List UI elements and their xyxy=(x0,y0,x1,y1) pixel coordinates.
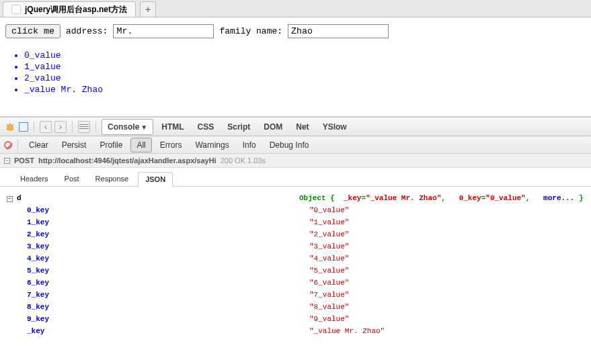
json-value: "4_value" xyxy=(309,253,349,265)
request-url: http://localhost:4946/jqtest/ajaxHandler… xyxy=(38,156,216,165)
request-method: POST xyxy=(14,156,34,165)
json-key: 4_key xyxy=(27,253,309,265)
family-name-label: family name: xyxy=(219,26,282,36)
json-value: "1_value" xyxy=(309,216,349,228)
firebug-icon[interactable] xyxy=(4,122,16,132)
lines-toggle-button[interactable] xyxy=(78,121,90,133)
separator xyxy=(95,121,96,133)
panel-net[interactable]: Net xyxy=(290,120,314,134)
devtools: ‹ › Console▼ HTML CSS Script DOM Net YSl… xyxy=(0,116,591,343)
form-row: click me address: family name: xyxy=(5,24,586,38)
nav-forward-button[interactable]: › xyxy=(54,121,67,133)
tab-response[interactable]: Response xyxy=(89,172,136,186)
persist-button[interactable]: Persist xyxy=(56,138,92,152)
tab-json[interactable]: JSON xyxy=(138,172,173,187)
chevron-down-icon: ▼ xyxy=(141,124,147,131)
tab-post[interactable]: Post xyxy=(58,172,86,186)
stop-icon[interactable] xyxy=(4,141,12,149)
json-entry-row[interactable]: 4_key"4_value" xyxy=(7,253,584,265)
new-tab-button[interactable]: + xyxy=(140,1,156,17)
json-key: 1_key xyxy=(27,216,309,228)
json-value: "0_value" xyxy=(309,204,349,216)
json-entry-row[interactable]: 8_key"8_value" xyxy=(7,301,584,313)
request-status: 200 OK 1.03s xyxy=(221,156,266,165)
list-item: _value Mr. Zhao xyxy=(24,85,586,95)
address-input[interactable] xyxy=(113,24,214,38)
json-entry-row[interactable]: 9_key"9_value" xyxy=(7,313,584,325)
inspect-icon[interactable] xyxy=(19,122,28,132)
browser-tab-bar: jQuery调用后台asp.net方法 + xyxy=(0,0,591,17)
json-entry-row[interactable]: 3_key"3_value" xyxy=(7,240,584,253)
nav-back-button[interactable]: ‹ xyxy=(40,121,52,133)
profile-button[interactable]: Profile xyxy=(94,138,128,152)
json-key: 8_key xyxy=(27,301,309,313)
more-link[interactable]: more... xyxy=(543,194,574,202)
json-value: "7_value" xyxy=(309,289,349,301)
console-subtoolbar: Clear Persist Profile All Errors Warning… xyxy=(0,136,591,154)
separator xyxy=(72,121,73,133)
json-entry-row[interactable]: 2_key"2_value" xyxy=(7,228,584,240)
all-button[interactable]: All xyxy=(130,138,151,152)
panel-script[interactable]: Script xyxy=(222,120,255,134)
browser-tab-active[interactable]: jQuery调用后台asp.net方法 xyxy=(3,1,136,17)
devtools-toolbar: ‹ › Console▼ HTML CSS Script DOM Net YSl… xyxy=(0,118,591,136)
list-item: 2_value xyxy=(24,73,586,83)
lines-icon xyxy=(79,124,89,129)
list-item: 1_value xyxy=(24,62,586,72)
panel-console[interactable]: Console▼ xyxy=(102,119,153,135)
json-value: "_value Mr. Zhao" xyxy=(309,325,385,337)
json-entry-row[interactable]: _key"_value Mr. Zhao" xyxy=(7,325,584,337)
json-key: 2_key xyxy=(27,228,309,240)
json-value: "6_value" xyxy=(309,277,349,289)
address-label: address: xyxy=(66,26,108,36)
tab-headers[interactable]: Headers xyxy=(13,172,55,186)
collapse-icon[interactable]: − xyxy=(7,196,13,202)
json-key: d xyxy=(17,192,299,204)
json-value: "2_value" xyxy=(309,228,349,240)
panel-dom[interactable]: DOM xyxy=(258,120,288,134)
json-value: "9_value" xyxy=(309,313,349,325)
info-button[interactable]: Info xyxy=(237,138,262,152)
family-name-input[interactable] xyxy=(288,24,389,38)
page-icon xyxy=(11,5,21,14)
json-key: 5_key xyxy=(27,265,309,277)
json-key: _key xyxy=(27,325,309,337)
request-row[interactable]: − POST http://localhost:4946/jqtest/ajax… xyxy=(0,154,591,168)
json-key: 7_key xyxy=(27,289,309,301)
click-me-button[interactable]: click me xyxy=(5,24,61,38)
json-entry-row[interactable]: 1_key"1_value" xyxy=(7,216,584,228)
json-key: 0_key xyxy=(27,204,309,216)
tab-title: jQuery调用后台asp.net方法 xyxy=(25,4,127,15)
result-list: 0_value 1_value 2_value _value Mr. Zhao xyxy=(24,50,586,95)
json-value: "8_value" xyxy=(309,301,349,313)
panel-css[interactable]: CSS xyxy=(192,120,220,134)
debuginfo-button[interactable]: Debug Info xyxy=(264,138,315,152)
errors-button[interactable]: Errors xyxy=(155,138,188,152)
response-tabs: Headers Post Response JSON xyxy=(0,168,591,187)
json-entry-row[interactable]: 5_key"5_value" xyxy=(7,265,584,277)
json-value: "3_value" xyxy=(309,240,349,253)
json-root-row[interactable]: − d Object { _key="_value Mr. Zhao", 0_k… xyxy=(7,192,584,204)
clear-button[interactable]: Clear xyxy=(24,138,54,152)
json-value: "5_value" xyxy=(309,265,349,277)
json-key: 6_key xyxy=(27,277,309,289)
json-entry-row[interactable]: 6_key"6_value" xyxy=(7,277,584,289)
json-summary: Object { _key="_value Mr. Zhao", 0_key="… xyxy=(299,192,584,204)
json-entry-row[interactable]: 7_key"7_value" xyxy=(7,289,584,301)
json-key: 9_key xyxy=(27,313,309,325)
collapse-icon[interactable]: − xyxy=(4,158,10,164)
json-entry-row[interactable]: 0_key"0_value" xyxy=(7,204,584,216)
json-key: 3_key xyxy=(27,240,309,253)
panel-html[interactable]: HTML xyxy=(156,120,189,134)
warnings-button[interactable]: Warnings xyxy=(190,138,234,152)
json-viewer: − d Object { _key="_value Mr. Zhao", 0_k… xyxy=(0,187,591,343)
page-content: click me address: family name: 0_value 1… xyxy=(0,17,591,103)
separator xyxy=(34,121,34,133)
separator xyxy=(17,139,18,151)
panel-yslow[interactable]: YSlow xyxy=(317,120,352,134)
list-item: 0_value xyxy=(24,50,586,60)
